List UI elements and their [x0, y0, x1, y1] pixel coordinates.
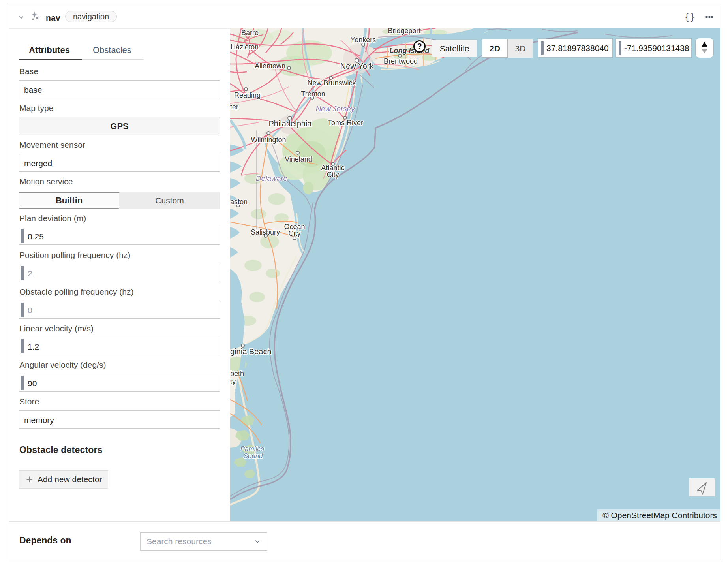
svg-text:Philadelphia: Philadelphia — [269, 119, 312, 128]
svg-text:Pamlico: Pamlico — [240, 445, 264, 453]
svg-text:Delaware: Delaware — [256, 174, 287, 182]
svg-text:Hazleton: Hazleton — [231, 43, 259, 51]
svg-text:beth: beth — [230, 370, 244, 378]
svg-text:aston: aston — [230, 198, 248, 206]
svg-text:Brentwood: Brentwood — [384, 57, 418, 65]
svg-text:ty: ty — [230, 378, 236, 385]
svg-text:Toms River: Toms River — [328, 119, 363, 127]
svg-text:Bridgeport: Bridgeport — [388, 28, 420, 35]
svg-text:New Brunswick: New Brunswick — [307, 79, 356, 87]
svg-text:Barre: Barre — [241, 29, 259, 37]
svg-text:New Jersey: New Jersey — [315, 105, 355, 113]
svg-text:Sound: Sound — [243, 452, 263, 460]
svg-text:ter: ter — [230, 103, 238, 111]
svg-text:ginia Beach: ginia Beach — [230, 347, 272, 356]
svg-text:Vineland: Vineland — [285, 155, 312, 163]
svg-text:Salisbury: Salisbury — [251, 228, 280, 236]
svg-text:Trenton: Trenton — [301, 90, 325, 98]
svg-text:City: City — [327, 171, 339, 179]
svg-text:Allentown: Allentown — [255, 62, 285, 70]
svg-text:Wilmington: Wilmington — [251, 136, 286, 144]
svg-text:Yonkers: Yonkers — [351, 36, 376, 44]
svg-text:New York: New York — [340, 62, 374, 70]
svg-text:City: City — [289, 229, 301, 237]
svg-text:Reading: Reading — [234, 91, 261, 99]
